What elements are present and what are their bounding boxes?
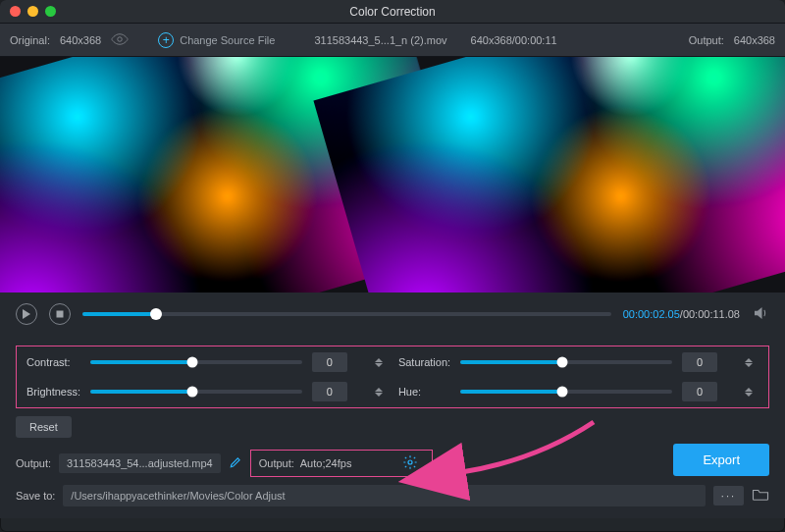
plus-icon: + — [158, 32, 174, 48]
playback-bar: 00:00:02.05/00:00:11.08 — [0, 293, 785, 336]
brightness-stepper[interactable] — [375, 382, 389, 401]
current-time: 00:00:02.05 — [623, 308, 680, 320]
titlebar: Color Correction — [0, 0, 785, 24]
saturation-label: Saturation: — [398, 356, 450, 368]
change-source-button[interactable]: + Change Source File — [158, 32, 275, 48]
saturation-value[interactable]: 0 — [682, 352, 717, 372]
stop-button[interactable] — [49, 303, 71, 325]
app-window: Color Correction Original: 640x368 + Cha… — [0, 0, 785, 532]
svg-point-0 — [118, 36, 123, 41]
close-icon[interactable] — [10, 6, 21, 17]
contrast-slider[interactable] — [90, 360, 302, 364]
output-filename[interactable]: 311583443_54...adjusted.mp4 — [59, 453, 221, 473]
source-filename: 311583443_5...1_n (2).mov — [314, 34, 446, 46]
contrast-stepper[interactable] — [375, 352, 389, 372]
preview-area — [0, 57, 785, 293]
info-toolbar: Original: 640x368 + Change Source File 3… — [0, 24, 785, 57]
reset-button[interactable]: Reset — [16, 416, 72, 438]
brightness-label: Brightness: — [26, 386, 80, 398]
output-file-label: Output: — [16, 457, 51, 469]
browse-button[interactable]: ··· — [713, 486, 744, 505]
hue-label: Hue: — [398, 386, 450, 398]
color-panel: Contrast: 0 Saturation: 0 Brightness: 0 … — [0, 336, 785, 446]
gear-icon[interactable] — [402, 454, 418, 472]
contrast-value[interactable]: 0 — [312, 352, 347, 372]
change-source-label: Change Source File — [180, 34, 275, 46]
save-row: Save to: /Users/ihappyacethinker/Movies/… — [16, 485, 769, 506]
volume-icon[interactable] — [752, 304, 769, 325]
output-label: Output: — [689, 34, 724, 46]
original-dimensions: 640x368 — [60, 34, 101, 46]
window-title: Color Correction — [0, 5, 785, 19]
preview-toggle-icon[interactable] — [111, 30, 129, 50]
saturation-stepper[interactable] — [745, 352, 759, 372]
window-controls — [0, 6, 56, 17]
svg-rect-2 — [57, 311, 64, 318]
brightness-slider[interactable] — [90, 390, 302, 394]
export-button[interactable]: Export — [673, 444, 769, 476]
edit-filename-icon[interactable] — [229, 455, 242, 471]
output-dimensions: 640x368 — [734, 34, 775, 46]
output-format-box[interactable]: Output: Auto;24fps — [250, 450, 434, 477]
total-time: 00:00:11.08 — [683, 308, 740, 320]
color-slider-grid: Contrast: 0 Saturation: 0 Brightness: 0 … — [16, 346, 769, 408]
output-format-value: Auto;24fps — [300, 457, 352, 469]
saturation-slider[interactable] — [460, 360, 672, 364]
hue-stepper[interactable] — [745, 382, 759, 401]
seek-handle[interactable] — [150, 308, 162, 320]
output-row: Output: 311583443_54...adjusted.mp4 Outp… — [16, 450, 769, 477]
contrast-label: Contrast: — [26, 356, 80, 368]
brightness-value[interactable]: 0 — [312, 382, 347, 401]
time-display: 00:00:02.05/00:00:11.08 — [623, 308, 740, 320]
svg-marker-1 — [23, 309, 30, 319]
hue-slider[interactable] — [460, 390, 672, 394]
output-preview — [313, 57, 785, 293]
output-format-label: Output: — [259, 457, 294, 469]
save-to-label: Save to: — [16, 490, 55, 502]
svg-point-3 — [408, 460, 412, 464]
source-meta: 640x368/00:00:11 — [471, 34, 557, 46]
save-path[interactable]: /Users/ihappyacethinker/Movies/Color Adj… — [63, 485, 705, 506]
seek-slider[interactable] — [82, 312, 611, 316]
play-button[interactable] — [16, 303, 37, 325]
minimize-icon[interactable] — [27, 6, 38, 17]
open-folder-icon[interactable] — [752, 488, 769, 504]
original-label: Original: — [10, 34, 50, 46]
hue-value[interactable]: 0 — [682, 382, 717, 401]
maximize-icon[interactable] — [45, 6, 56, 17]
output-area: Export Output: 311583443_54...adjusted.m… — [0, 446, 785, 518]
